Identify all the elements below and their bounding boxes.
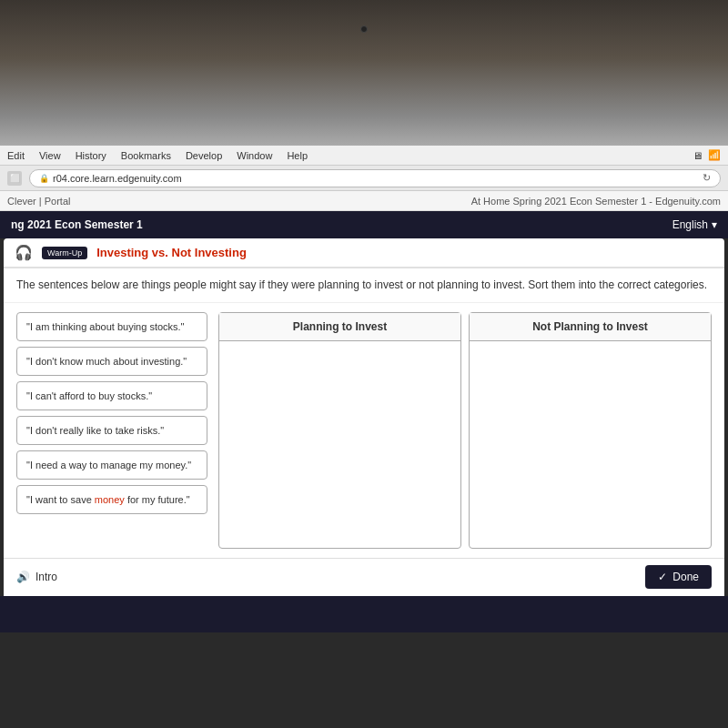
menu-develop[interactable]: Develop: [186, 150, 222, 161]
menu-window[interactable]: Window: [237, 150, 272, 161]
url-text: r04.core.learn.edgenuity.com: [53, 173, 182, 184]
sentence-card-4[interactable]: "I don't really like to take risks.": [16, 416, 207, 445]
instructions-text: The sentences below are things people mi…: [4, 268, 724, 303]
sentence-card-1[interactable]: "I am thinking about buying stocks.": [16, 312, 207, 341]
planning-to-invest-body[interactable]: [219, 341, 460, 523]
bookmarks-bar: Clever | Portal At Home Spring 2021 Econ…: [0, 191, 728, 211]
sort-area: "I am thinking about buying stocks." "I …: [4, 303, 724, 558]
address-bar[interactable]: 🔒 r04.core.learn.edgenuity.com ↻: [29, 169, 721, 187]
headphone-icon[interactable]: 🎧: [15, 244, 33, 261]
language-selector[interactable]: English ▾: [672, 218, 717, 231]
lock-icon: 🔒: [39, 174, 49, 183]
sentence-card-6[interactable]: "I want to save money for my future.": [16, 485, 207, 514]
content-header: 🎧 Warm-Up Investing vs. Not Investing: [4, 238, 724, 268]
app-header: ng 2021 Econ Semester 1 English ▾: [0, 211, 728, 238]
not-planning-to-invest-column[interactable]: Not Planning to Invest: [469, 312, 712, 549]
intro-label: Intro: [35, 571, 57, 583]
checkmark-icon: ✓: [658, 571, 667, 583]
reload-icon[interactable]: ↻: [703, 172, 711, 184]
browser-chrome: Edit View History Bookmarks Develop Wind…: [0, 146, 728, 211]
sentences-column: "I am thinking about buying stocks." "I …: [16, 312, 207, 549]
chevron-down-icon: ▾: [712, 218, 717, 231]
language-label: English: [672, 218, 708, 231]
content-panel: 🎧 Warm-Up Investing vs. Not Investing Th…: [4, 238, 724, 596]
not-planning-to-invest-body[interactable]: [470, 341, 711, 523]
menu-view[interactable]: View: [39, 150, 61, 161]
lesson-title: Investing vs. Not Investing: [96, 246, 247, 259]
menu-history[interactable]: History: [76, 150, 106, 161]
monitor-icon: 🖥: [693, 150, 703, 161]
planning-to-invest-column[interactable]: Planning to Invest: [218, 312, 461, 549]
money-word: money: [95, 494, 125, 505]
bottom-area: [0, 596, 728, 632]
sentence-card-2[interactable]: "I don't know much about investing.": [16, 347, 207, 376]
wifi-icon: 📶: [708, 149, 721, 161]
laptop-bezel-top: [0, 0, 728, 146]
done-button[interactable]: ✓ Done: [645, 565, 712, 589]
sentence-text-6: "I want to save money for my future.": [26, 494, 190, 505]
bookmark-edgenuity[interactable]: At Home Spring 2021 Econ Semester 1 - Ed…: [471, 196, 721, 207]
content-footer: 🔊 Intro ✓ Done: [4, 558, 724, 596]
address-bar-row: ⬜ 🔒 r04.core.learn.edgenuity.com ↻: [0, 166, 728, 191]
menu-edit[interactable]: Edit: [7, 150, 25, 161]
sentence-card-3[interactable]: "I can't afford to buy stocks.": [16, 381, 207, 410]
not-planning-to-invest-header: Not Planning to Invest: [470, 313, 711, 341]
done-label: Done: [672, 571, 699, 583]
intro-button[interactable]: 🔊 Intro: [16, 571, 57, 583]
planning-to-invest-header: Planning to Invest: [219, 313, 460, 341]
sentence-card-5[interactable]: "I need a way to manage my money.": [16, 450, 207, 480]
menu-bar: Edit View History Bookmarks Develop Wind…: [0, 146, 728, 166]
wifi-area: 🖥 📶: [693, 149, 721, 161]
menu-bookmarks[interactable]: Bookmarks: [121, 150, 171, 161]
tab-icon: ⬜: [7, 171, 22, 186]
speaker-icon: 🔊: [16, 571, 30, 583]
menu-help[interactable]: Help: [287, 150, 308, 161]
app-title: ng 2021 Econ Semester 1: [11, 218, 143, 231]
warm-up-badge: Warm-Up: [42, 247, 87, 259]
bookmark-clever[interactable]: Clever | Portal: [7, 196, 71, 207]
camera-dot: [360, 25, 368, 33]
drop-columns: Planning to Invest Not Planning to Inves…: [218, 312, 712, 549]
